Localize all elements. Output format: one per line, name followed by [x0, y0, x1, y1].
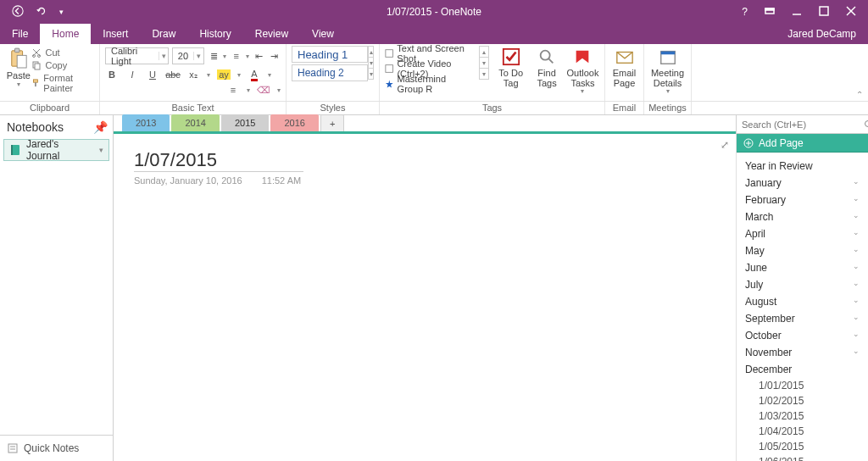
find-tags-button[interactable]: Find Tags: [532, 46, 561, 88]
page-item-yir[interactable]: Year in Review: [737, 158, 868, 175]
maximize-icon[interactable]: [819, 6, 829, 19]
fullscreen-icon[interactable]: ⤢: [721, 139, 729, 151]
styles-more-icon[interactable]: ▾: [368, 68, 374, 80]
numbering-icon[interactable]: ≡: [230, 49, 242, 63]
svg-rect-8: [14, 48, 19, 53]
italic-icon[interactable]: I: [125, 68, 139, 81]
page-group-december[interactable]: December: [737, 361, 868, 378]
page-group-november[interactable]: November⌄: [737, 344, 868, 361]
meeting-details-button[interactable]: Meeting Details ▾: [649, 46, 686, 96]
page-group-august[interactable]: August⌄: [737, 293, 868, 310]
undo-icon[interactable]: [36, 5, 47, 19]
page-group-july[interactable]: July⌄: [737, 276, 868, 293]
bold-icon[interactable]: B: [105, 68, 119, 81]
titlebar: ▾ 1/07/2015 - OneNote ?: [0, 0, 868, 24]
outdent-icon[interactable]: ⇤: [253, 49, 265, 63]
styles-down-icon[interactable]: ▾: [368, 57, 374, 69]
todo-tag-button[interactable]: To Do Tag: [494, 46, 527, 88]
tab-file[interactable]: File: [0, 24, 40, 44]
page-group-june[interactable]: June⌄: [737, 259, 868, 276]
font-color-icon[interactable]: A: [248, 68, 261, 81]
ribbon: Paste ▾ Cut Copy Format Painter Calibri …: [0, 44, 868, 102]
format-painter-button[interactable]: Format Painter: [31, 73, 94, 93]
svg-line-20: [548, 58, 554, 64]
page-canvas[interactable]: ⤢ 1/07/2015 Sunday, January 10, 2016 11:…: [114, 134, 736, 461]
ribbon-group-labels: Clipboard Basic Text Styles Tags Email M…: [0, 102, 868, 115]
window-title: 1/07/2015 - OneNote: [387, 6, 481, 18]
tab-draw[interactable]: Draw: [140, 24, 187, 44]
svg-point-11: [38, 55, 41, 58]
svg-rect-13: [35, 64, 40, 69]
paste-button[interactable]: Paste ▾: [5, 46, 31, 88]
tags-up-icon[interactable]: ▴: [479, 46, 489, 58]
underline-icon[interactable]: U: [146, 68, 159, 81]
section-tab-2016[interactable]: 2016: [270, 114, 318, 131]
tab-history[interactable]: History: [187, 24, 242, 44]
section-tab-2013[interactable]: 2013: [122, 114, 170, 131]
svg-rect-16: [386, 50, 393, 58]
section-tab-2014[interactable]: 2014: [171, 114, 219, 131]
quick-notes-button[interactable]: Quick Notes: [0, 435, 113, 461]
add-section-button[interactable]: +: [320, 114, 344, 131]
close-icon[interactable]: [846, 6, 856, 19]
section-tab-2015[interactable]: 2015: [221, 114, 269, 131]
copy-button[interactable]: Copy: [31, 60, 94, 70]
font-family-select[interactable]: Calibri Light▾: [105, 47, 169, 64]
clear-format-icon[interactable]: ⌫: [257, 83, 270, 97]
content-area: Notebooks 📌 Jared's Journal ▾ Quick Note…: [0, 115, 868, 461]
ribbon-tabs: File Home Insert Draw History Review Vie…: [0, 24, 868, 44]
minimize-icon[interactable]: [792, 6, 802, 19]
svg-rect-23: [660, 52, 675, 55]
page-item[interactable]: 1/02/2015: [737, 393, 868, 408]
styles-up-icon[interactable]: ▴: [368, 46, 374, 58]
tags-more-icon[interactable]: ▾: [479, 68, 489, 80]
page-group-september[interactable]: September⌄: [737, 310, 868, 327]
tags-down-icon[interactable]: ▾: [479, 57, 489, 69]
page-title[interactable]: 1/07/2015: [134, 149, 303, 172]
notebook-item[interactable]: Jared's Journal ▾: [3, 139, 109, 161]
align-icon[interactable]: ≡: [226, 83, 240, 97]
style-heading2[interactable]: Heading 2: [292, 64, 368, 81]
subscript-icon[interactable]: x₂: [186, 68, 200, 81]
font-size-select[interactable]: 20▾: [172, 47, 204, 64]
tab-home[interactable]: Home: [40, 24, 91, 44]
ribbon-toggle-icon[interactable]: [765, 6, 775, 19]
page-time: 11:52 AM: [262, 175, 301, 186]
email-page-button[interactable]: Email Page: [610, 46, 638, 88]
svg-rect-9: [17, 55, 26, 68]
collapse-ribbon-icon[interactable]: ⌃: [856, 90, 863, 99]
search-icon[interactable]: ▾: [864, 115, 868, 133]
back-icon[interactable]: [12, 5, 24, 19]
bullets-icon[interactable]: ≣: [208, 49, 220, 63]
tab-view[interactable]: View: [300, 24, 346, 44]
strike-icon[interactable]: abc: [166, 68, 180, 81]
page-group-february[interactable]: February⌄: [737, 192, 868, 208]
page-group-january[interactable]: January⌄: [737, 175, 868, 192]
section-tabs: 2013 2014 2015 2016 +: [114, 115, 736, 134]
pin-icon[interactable]: 📌: [93, 120, 108, 134]
tab-insert[interactable]: Insert: [91, 24, 140, 44]
username-label[interactable]: Jared DeCamp: [787, 24, 868, 44]
outlook-tasks-button[interactable]: Outlook Tasks ▾: [566, 46, 599, 96]
svg-rect-26: [8, 444, 17, 453]
help-icon[interactable]: ?: [742, 6, 748, 18]
page-group-october[interactable]: October⌄: [737, 327, 868, 344]
style-heading1[interactable]: Heading 1: [292, 46, 368, 63]
page-group-may[interactable]: May⌄: [737, 242, 868, 259]
search-input[interactable]: [737, 115, 864, 133]
page-group-march[interactable]: March⌄: [737, 208, 868, 225]
svg-rect-4: [820, 7, 828, 15]
add-page-button[interactable]: Add Page: [737, 134, 868, 153]
page-item[interactable]: 1/05/2015: [737, 439, 868, 454]
indent-icon[interactable]: ⇥: [268, 49, 281, 63]
page-item[interactable]: 1/01/2015: [737, 378, 868, 393]
cut-button[interactable]: Cut: [31, 47, 94, 58]
highlight-icon[interactable]: ay: [217, 68, 231, 81]
page-item[interactable]: 1/03/2015: [737, 408, 868, 424]
page-item[interactable]: 1/04/2015: [737, 424, 868, 439]
page-item[interactable]: 1/06/2015: [737, 454, 868, 461]
qat-customize-icon[interactable]: ▾: [59, 8, 64, 16]
tab-review[interactable]: Review: [243, 24, 300, 44]
page-group-april[interactable]: April⌄: [737, 225, 868, 242]
tag-item-3[interactable]: Mastermind Group R: [385, 76, 474, 92]
